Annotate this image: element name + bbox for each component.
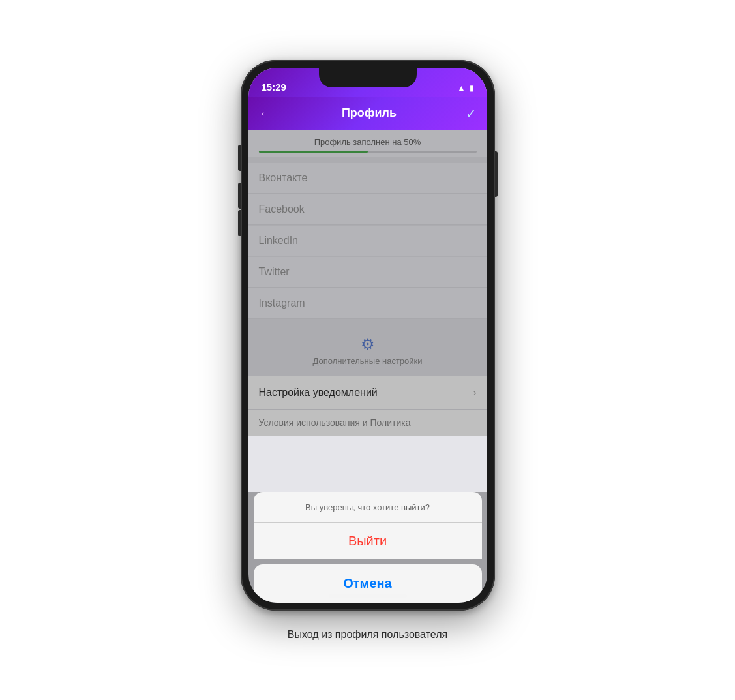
linkedin-field[interactable]: LinkedIn: [248, 226, 487, 256]
facebook-field[interactable]: Facebook: [248, 194, 487, 225]
app-header: ← Профиль ✓: [248, 97, 487, 130]
notch: [319, 68, 417, 87]
completion-text: Профиль заполнен на 50%: [259, 137, 477, 147]
modal-overlay: Вы уверены, что хотите выйти? Выйти Отме…: [248, 492, 487, 603]
gear-icon: ⚙: [361, 335, 375, 354]
action-sheet-cancel: Отмена: [254, 564, 482, 603]
battery-icon: ▮: [470, 84, 474, 93]
phone-shell: 15:29 ▲ ▮ ← Профиль ✓ Профиль заполнен н…: [241, 60, 495, 611]
page-wrapper: 15:29 ▲ ▮ ← Профиль ✓ Профиль заполнен н…: [241, 60, 495, 641]
completion-bar-bg: [259, 151, 477, 153]
action-sheet: Вы уверены, что хотите выйти? Выйти Отме…: [248, 492, 487, 603]
action-sheet-message: Вы уверены, что хотите выйти?: [254, 492, 482, 523]
cancel-button[interactable]: Отмена: [254, 564, 482, 603]
check-button[interactable]: ✓: [466, 106, 477, 121]
terms-menu-item-partial: Условия использования и Политика: [248, 410, 487, 436]
header-title: Профиль: [342, 106, 397, 120]
wifi-icon: ▲: [458, 84, 466, 93]
action-sheet-message-text: Вы уверены, что хотите выйти?: [305, 502, 430, 512]
menu-section: Настройка уведомлений › Условия использо…: [248, 376, 487, 436]
notifications-menu-item[interactable]: Настройка уведомлений ›: [248, 376, 487, 410]
status-time: 15:29: [262, 82, 286, 93]
logout-button[interactable]: Выйти: [254, 523, 482, 559]
dimmed-content: Профиль заполнен на 50% Вконтакте Facebo…: [248, 130, 487, 436]
instagram-field[interactable]: Instagram: [248, 288, 487, 319]
vkontakte-field[interactable]: Вконтакте: [248, 163, 487, 194]
profile-completion: Профиль заполнен на 50%: [248, 130, 487, 157]
settings-label: Дополнительные настройки: [312, 356, 422, 366]
chevron-right-icon: ›: [473, 387, 476, 399]
additional-settings[interactable]: ⚙ Дополнительные настройки: [248, 325, 487, 371]
twitter-field[interactable]: Twitter: [248, 257, 487, 288]
social-fields: Вконтакте Facebook LinkedIn Twitter Inst…: [248, 157, 487, 325]
status-icons: ▲ ▮: [458, 84, 474, 93]
back-button[interactable]: ←: [259, 105, 273, 122]
page-caption: Выход из профиля пользователя: [288, 629, 447, 641]
notifications-label: Настройка уведомлений: [259, 387, 378, 399]
phone-screen: 15:29 ▲ ▮ ← Профиль ✓ Профиль заполнен н…: [248, 68, 487, 603]
completion-bar-fill: [259, 151, 368, 153]
action-sheet-button-container: Выйти: [254, 523, 482, 559]
